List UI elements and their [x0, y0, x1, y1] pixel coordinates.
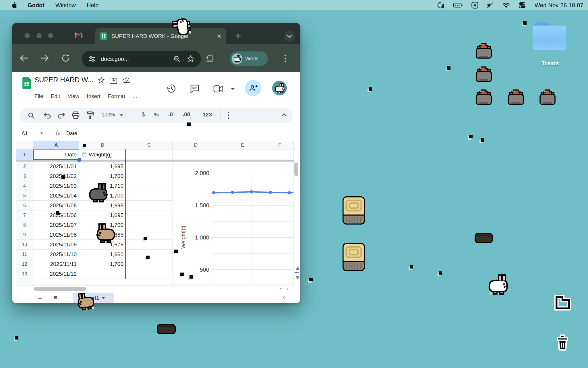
sheets-menu-file[interactable]: File — [34, 93, 43, 99]
cell-r9c3[interactable] — [126, 230, 173, 240]
row-header-13[interactable]: 13 — [16, 269, 33, 279]
cell-r12c3[interactable] — [126, 259, 173, 269]
zoom-page-icon[interactable] — [173, 55, 181, 63]
url-text[interactable]: docs.goo... — [101, 56, 129, 62]
meet-camera-icon[interactable] — [213, 85, 223, 93]
cell-a2[interactable]: 2025/11/01 — [33, 162, 79, 171]
cell-row1-col3[interactable] — [126, 150, 173, 160]
tab-close-icon[interactable]: ✕ — [217, 33, 222, 40]
control-center-icon[interactable] — [519, 2, 526, 9]
column-header-E[interactable]: E — [219, 141, 266, 150]
format-currency-button[interactable]: $ — [142, 111, 145, 118]
tan-rabbit[interactable] — [95, 223, 117, 244]
cell-a4[interactable]: 2025/11/03 — [33, 181, 79, 191]
cell-b7[interactable]: 1,695 — [79, 210, 126, 220]
vertical-scrollbar-thumb[interactable] — [294, 162, 298, 176]
cell-r2c3[interactable] — [126, 162, 173, 171]
frozen-row-divider[interactable] — [16, 160, 294, 162]
cell-b1[interactable]: Weight[g] — [79, 150, 126, 160]
cell-b11[interactable]: 1,660 — [79, 250, 126, 259]
formula-input[interactable]: Date — [66, 131, 77, 137]
column-header-F[interactable]: F — [266, 141, 294, 150]
sheets-menu-view[interactable]: View — [67, 93, 79, 99]
horizontal-scrollbar-thumb[interactable] — [34, 287, 86, 291]
zoom-caret-icon[interactable] — [119, 114, 123, 117]
all-sheets-icon[interactable]: ≡ — [53, 294, 57, 302]
url-bar[interactable]: docs.goo... — [82, 51, 201, 67]
mute-icon[interactable] — [487, 2, 494, 8]
cell-a5[interactable]: 2025/11/04 — [33, 191, 79, 201]
new-tab-button[interactable] — [234, 32, 242, 40]
row-header-3[interactable]: 3 — [16, 171, 33, 181]
close-window-button[interactable] — [25, 33, 30, 38]
white-rabbit-desktop[interactable] — [486, 274, 510, 295]
selection-fill-handle[interactable] — [77, 158, 81, 162]
site-settings-icon[interactable] — [88, 55, 96, 63]
column-header-C[interactable]: C — [126, 141, 173, 150]
horizontal-scrollbar[interactable]: ‹ › — [12, 285, 300, 293]
bookmark-star-icon[interactable] — [187, 55, 195, 63]
cell-a11[interactable]: 2025/11/10 — [33, 250, 79, 259]
cell-r7c3[interactable] — [126, 210, 173, 220]
battery-icon[interactable] — [453, 2, 463, 8]
cell-r10c3[interactable] — [126, 240, 173, 250]
cell-row1-col4[interactable] — [173, 150, 219, 160]
treat-pot-icon[interactable] — [507, 87, 525, 107]
row-header-5[interactable]: 5 — [16, 191, 33, 201]
profile-chip[interactable]: Work — [230, 51, 268, 66]
name-box-caret-icon[interactable] — [40, 132, 43, 135]
menubar-clock[interactable]: Wed Nov 26 18:07 — [535, 2, 583, 9]
cell-b3[interactable]: 1,700 — [79, 171, 126, 181]
cell-r5c3[interactable] — [126, 191, 173, 201]
row-header-6[interactable]: 6 — [16, 201, 33, 210]
wifi-icon[interactable] — [502, 2, 510, 8]
redo-icon[interactable] — [57, 112, 65, 119]
hay-bale-icon[interactable] — [342, 196, 365, 225]
treat-pot-icon[interactable] — [538, 87, 557, 107]
row-header-10[interactable]: 10 — [16, 240, 33, 250]
camera-dropdown-icon[interactable] — [231, 88, 235, 91]
cell-row1-col6[interactable] — [266, 150, 294, 160]
scroll-right-icon[interactable]: › — [287, 286, 288, 292]
scroll-up-icon[interactable]: ▲ — [295, 265, 300, 271]
row-header-4[interactable]: 4 — [16, 181, 33, 191]
doc-title[interactable]: SUPER HARD W... — [34, 76, 93, 84]
undo-icon[interactable] — [43, 112, 51, 119]
hay-bale-icon[interactable] — [342, 243, 365, 271]
treat-pot-icon[interactable] — [475, 64, 493, 84]
row-header-8[interactable]: 8 — [16, 220, 33, 230]
cell-a12[interactable]: 2025/11/11 — [33, 259, 79, 269]
tan-rabbit-small[interactable] — [75, 291, 97, 312]
back-icon[interactable] — [19, 54, 29, 62]
white-rabbit-on-tab[interactable] — [171, 16, 192, 38]
cell-b12[interactable]: 1,700 — [79, 259, 126, 269]
sheets-menu-insert[interactable]: Insert — [87, 93, 100, 99]
active-tab[interactable]: SUPER HARD WORK - Google ✕ — [95, 28, 226, 44]
cloud-saved-icon[interactable] — [122, 77, 131, 84]
cell-r6c3[interactable] — [126, 201, 173, 210]
treats-folder-icon[interactable] — [533, 22, 566, 52]
zoom-select[interactable]: 100% — [102, 112, 115, 118]
column-header-B[interactable]: B — [79, 141, 126, 150]
forward-icon[interactable] — [40, 54, 49, 62]
log-treat-icon[interactable] — [474, 233, 493, 243]
cell-a3[interactable]: 2025/11/02 — [33, 171, 79, 181]
treat-pot-icon[interactable] — [475, 41, 493, 61]
menubar-item-window[interactable]: Window — [55, 2, 76, 9]
search-icon[interactable] — [28, 112, 35, 119]
pixel-folder-icon[interactable] — [554, 295, 571, 310]
cell-a8[interactable]: 2025/11/07 — [33, 220, 79, 230]
zoom-window-button[interactable] — [48, 33, 53, 38]
sheets-logo-icon[interactable] — [22, 77, 31, 89]
account-avatar[interactable] — [272, 81, 287, 95]
cell-r13c3[interactable] — [126, 269, 173, 279]
cell-a13[interactable]: 2025/11/12 — [33, 269, 79, 279]
row-header-9[interactable]: 9 — [16, 230, 33, 240]
tab-search-chevron-icon[interactable] — [284, 31, 295, 42]
cell-row1-col5[interactable] — [219, 150, 266, 160]
star-doc-icon[interactable] — [98, 76, 105, 84]
scroll-down-icon[interactable]: ▼ — [295, 275, 300, 280]
column-header-A[interactable]: A — [33, 141, 79, 150]
paint-format-icon[interactable] — [86, 111, 94, 120]
share-button[interactable] — [245, 80, 261, 96]
